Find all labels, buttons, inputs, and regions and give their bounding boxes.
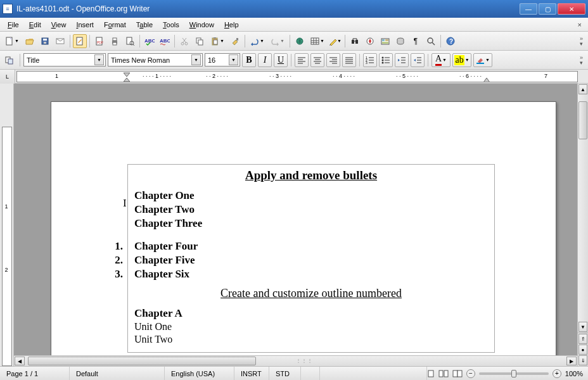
document-canvas[interactable]: I Apply and remove bullets Chapter One C… [14,84,577,366]
scroll-down-button[interactable]: ▼ [578,322,587,332]
email-button[interactable] [53,34,67,48]
svg-rect-5 [56,39,64,44]
nonprinting-button[interactable]: ¶ [409,34,423,48]
dropdown-icon[interactable]: ▼ [229,54,238,65]
decrease-indent-button[interactable] [395,53,409,67]
svg-rect-34 [352,40,354,44]
style-combo[interactable]: Title ▼ [23,53,106,66]
export-pdf-button[interactable]: PDF [93,34,106,48]
numbering-button[interactable]: 123 [363,53,377,67]
background-color-button[interactable]: ▼ [473,53,492,67]
status-style[interactable]: Default [70,367,165,380]
scroll-thumb[interactable] [578,101,587,139]
dropdown-icon[interactable]: ▼ [191,54,201,65]
undo-button[interactable]: ▼ [248,34,267,48]
new-button[interactable]: ▼ [3,34,22,48]
format-paintbrush-button[interactable] [228,34,242,48]
show-draw-button[interactable]: ▼ [328,34,342,48]
gallery-button[interactable] [378,34,392,48]
spellcheck-button[interactable]: ABC [143,34,157,48]
vertical-ruler[interactable]: 1 2 [2,127,12,366]
align-right-button[interactable] [326,53,340,67]
bold-button[interactable]: B [242,53,256,67]
align-center-button[interactable] [310,53,324,67]
menu-table[interactable]: Table [131,19,158,30]
split-handle[interactable]: ⋮⋮⋮ [296,358,313,364]
menubar: File Edit View Insert Format Table Tools… [0,18,588,32]
copy-button[interactable] [193,34,207,48]
zoom-out-button[interactable]: − [466,369,475,378]
view-mode-book-icon[interactable] [452,369,463,378]
scroll-track[interactable] [578,95,588,321]
toolbar-overflow-button[interactable]: »▾ [577,36,585,46]
save-button[interactable] [38,34,52,48]
scroll-thumb[interactable] [28,357,256,365]
zoom-thumb[interactable] [511,370,516,377]
text-frame[interactable]: Apply and remove bullets Chapter One Cha… [127,164,495,353]
zoom-button[interactable] [424,34,438,48]
underline-button[interactable]: U [274,53,288,67]
scroll-right-button[interactable]: ▶ [566,357,577,365]
view-mode-single-icon[interactable] [427,369,435,378]
highlight-button[interactable]: ab▼ [452,53,471,67]
hyperlink-button[interactable] [293,34,307,48]
zoom-in-button[interactable]: + [553,369,561,378]
horizontal-ruler[interactable]: 1 · · · · 1 · · · · · · 2 · · · · · · 3 … [16,71,578,82]
menu-help[interactable]: Help [219,19,244,30]
dropdown-icon[interactable]: ▼ [94,54,104,65]
prev-page-button[interactable]: ⇑ [578,334,587,344]
edit-file-button[interactable] [73,34,87,48]
paste-button[interactable]: ▼ [208,34,227,48]
print-preview-button[interactable] [123,34,137,48]
next-page-button[interactable]: ⇓ [578,355,587,365]
horizontal-scrollbar[interactable]: ◀ ⋮⋮⋮ ▶ [14,355,577,366]
toolbar-overflow-button[interactable]: »▾ [577,55,585,65]
view-mode-multi-icon[interactable] [438,369,449,378]
svg-text:PDF: PDF [97,41,103,44]
italic-button[interactable]: I [258,53,272,67]
auto-spellcheck-button[interactable]: ABC [158,34,172,48]
align-left-button[interactable] [295,53,309,67]
size-combo[interactable]: 16 ▼ [205,53,240,66]
scroll-track[interactable]: ⋮⋮⋮ [25,356,566,366]
open-button[interactable] [23,34,37,48]
table-button[interactable]: ▼ [308,34,327,48]
menu-file[interactable]: File [3,19,24,30]
zoom-value[interactable]: 100% [565,370,583,377]
ruler-corner[interactable]: L [0,70,15,84]
doc-close-button[interactable]: × [574,21,585,28]
menu-view[interactable]: View [46,19,72,30]
justify-button[interactable] [342,53,356,67]
status-page[interactable]: Page 1 / 1 [0,367,70,380]
find-button[interactable] [348,34,362,48]
status-selection-mode[interactable]: STD [269,367,301,380]
redo-button[interactable]: ▼ [268,34,287,48]
scroll-up-button[interactable]: ▲ [578,84,587,94]
menu-format[interactable]: Format [99,19,131,30]
status-language[interactable]: English (USA) [165,367,234,380]
menu-insert[interactable]: Insert [71,19,99,30]
cut-button[interactable] [177,34,191,48]
menu-edit[interactable]: Edit [24,19,46,30]
status-signature[interactable] [301,367,320,380]
zoom-slider[interactable] [479,372,549,375]
maximize-button[interactable]: ▢ [539,3,556,15]
scroll-left-button[interactable]: ◀ [15,357,25,365]
menu-tools[interactable]: Tools [158,19,184,30]
navigation-button[interactable]: ● [578,345,587,355]
minimize-button[interactable]: — [520,3,537,15]
status-insert-mode[interactable]: INSRT [234,367,269,380]
increase-indent-button[interactable] [411,53,425,67]
styles-button[interactable] [3,53,16,67]
vertical-scrollbar[interactable]: ▲ ▼ ⇑ ● ⇓ [577,84,588,366]
font-combo[interactable]: Times New Roman ▼ [108,53,203,66]
navigator-button[interactable] [363,34,377,48]
help-button[interactable]: ? [444,34,457,48]
print-button[interactable] [108,34,122,48]
menu-window[interactable]: Window [184,19,219,30]
font-color-button[interactable]: A▼ [431,53,451,67]
close-button[interactable]: ✕ [558,3,585,15]
data-sources-button[interactable] [393,34,407,48]
svg-rect-35 [355,40,358,44]
bullets-button[interactable] [379,53,393,67]
